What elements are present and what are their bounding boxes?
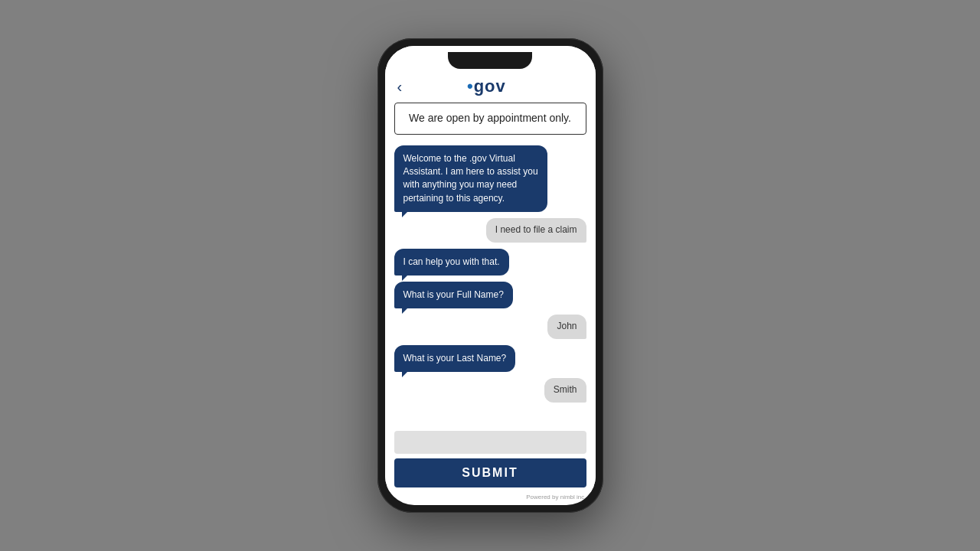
back-button[interactable]: ‹ [397,78,403,96]
user-message-1: I need to file a claim [486,218,586,242]
app-logo: •gov [408,77,583,96]
bot-message-4: What is your Last Name? [394,345,516,372]
bot-message-1: Welcome to the .gov Virtual Assistant. I… [394,145,548,213]
phone-frame: ‹ •gov We are open by appointment only. … [377,38,603,513]
input-area: SUBMIT [385,425,596,492]
app-header: ‹ •gov [385,72,596,103]
bot-message-2: I can help you with that. [394,249,509,276]
announcement-banner: We are open by appointment only. [394,103,586,135]
submit-button[interactable]: SUBMIT [394,458,586,487]
bot-message-3: What is your Full Name? [394,282,513,308]
phone-screen: ‹ •gov We are open by appointment only. … [385,46,596,505]
notch-area [385,46,596,72]
chat-area: Welcome to the .gov Virtual Assistant. I… [385,141,596,425]
powered-by-label: Powered by nimbl inc. [385,492,596,505]
user-message-2: John [547,315,586,338]
notch [448,52,532,69]
chat-input[interactable] [394,431,586,454]
logo-text: gov [474,77,506,96]
user-message-3: Smith [544,378,586,402]
logo-dot: • [467,77,474,96]
